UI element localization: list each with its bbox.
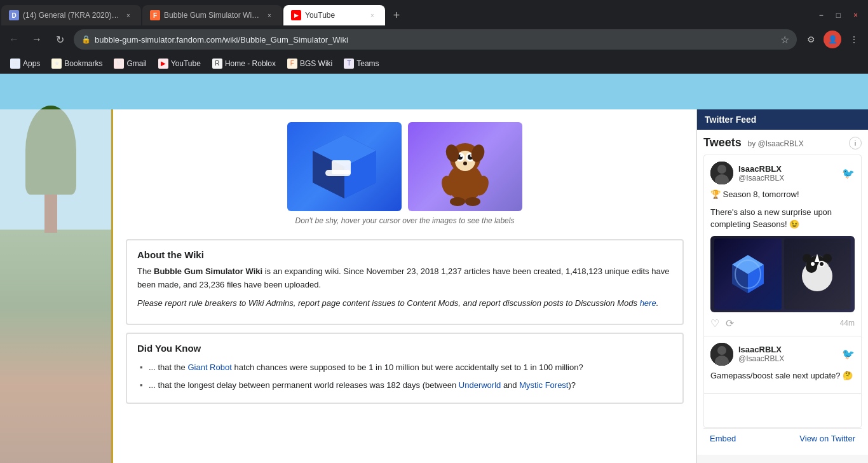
bookmark-youtube[interactable]: ▶ YouTube [153,57,206,71]
underworld-link[interactable]: Underworld [459,380,501,390]
teams-icon: T [344,59,354,69]
tweet-1-avatar [710,162,733,184]
minimize-button[interactable]: − [815,10,827,21]
tab-title-discord: (14) General (7KRA 2020) | Micro... [23,11,119,20]
bookmarks-icon: ★ [51,59,62,69]
bookmark-bookmarks[interactable]: ★ Bookmarks [46,57,107,71]
bookmark-roblox-label: Home - Roblox [225,59,276,68]
svg-point-15 [463,162,467,165]
tab-fandom[interactable]: F Bubble Gum Simulator Wiki | Fan... × [142,5,282,25]
apps-icon: ⊞ [10,59,20,69]
about-wiki-box: About the Wiki The Bubble Gum Simulator … [126,239,684,325]
tab-favicon-discord: D [9,10,19,20]
tab-youtube[interactable]: ▶ YouTube × [283,5,385,25]
svg-point-38 [823,254,832,263]
tweet-2-avatar-inner [710,343,733,366]
tweets-title-group: Tweets by @IsaacRBLX [703,136,804,149]
list-item: ... that the Giant Robot hatch chances w… [137,359,672,377]
address-bar: ← → ↻ 🔒 bubble-gum-simulator.fandom.com/… [0,25,868,53]
tweet-1-actions: ♡ ⟳ 44m [710,317,855,329]
refresh-button[interactable]: ↻ [51,31,69,48]
tweet-1-handle: @IsaacRBLX [738,174,837,183]
new-tab-button[interactable]: + [388,6,405,24]
tab-discord[interactable]: D (14) General (7KRA 2020) | Micro... × [1,5,141,25]
tab-close-youtube[interactable]: × [367,10,377,20]
tweet-1-like[interactable]: ♡ [710,317,719,329]
menu-button[interactable]: ⋮ [845,31,863,48]
here-link[interactable]: here [640,298,656,308]
tweet-2-handle: @IsaacRBLX [738,354,837,363]
blue-gem-svg [729,252,767,296]
list-item: ... that the longest delay between perma… [137,377,672,394]
tweet-2-avatar [710,343,733,366]
browser-chrome: D (14) General (7KRA 2020) | Micro... × … [0,0,868,74]
embed-link[interactable]: Embed [710,434,736,443]
bookmark-gmail[interactable]: M Gmail [109,57,151,71]
mystic-forest-link[interactable]: Mystic Forest [519,380,568,390]
about-text-prefix: The [137,266,154,276]
bookmark-apps[interactable]: ⊞ Apps [5,57,45,71]
tweet-2-user: IsaacRBLX @IsaacRBLX [738,345,837,363]
bgs-wiki-icon: F [287,59,297,69]
back-button[interactable]: ← [5,31,23,48]
tweet-image-right [784,238,851,310]
svg-point-13 [460,155,463,157]
forward-button[interactable]: → [28,31,46,48]
tab-title-fandom: Bubble Gum Simulator Wiki | Fan... [164,11,261,20]
url-text: bubble-gum-simulator.fandom.com/wiki/Bub… [95,35,776,45]
avatar2-svg [710,343,733,366]
twitter-scroll[interactable]: IsaacRBLX @IsaacRBLX 🐦 🏆 Season 8, tomor… [703,155,862,428]
dyk-item2-suffix: )? [569,380,576,390]
image-caption: Don't be shy, hover your cursor over the… [295,216,515,225]
article-inner: Don't be shy, hover your cursor over the… [113,109,696,418]
giant-robot-link[interactable]: Giant Robot [187,363,231,372]
maximize-button[interactable]: □ [832,10,844,21]
about-wiki-text: The Bubble Gum Simulator Wiki is an expa… [137,265,672,292]
bookmark-bgs-wiki[interactable]: F BGS Wiki [282,57,337,71]
image-section: Don't be shy, hover your cursor over the… [126,116,684,232]
address-bar-extras: ⚙ 👤 ⋮ [802,31,863,48]
did-you-know-title: Did You Know [137,343,672,354]
about-note: Please report rule breakers to Wiki Admi… [137,297,672,310]
tab-bar: D (14) General (7KRA 2020) | Micro... × … [0,0,868,25]
url-bar[interactable]: 🔒 bubble-gum-simulator.fandom.com/wiki/B… [74,29,797,50]
bookmark-roblox[interactable]: R Home - Roblox [207,57,281,71]
svg-point-35 [811,262,815,266]
blue-cube-svg [306,128,383,205]
tweet-1-user: IsaacRBLX @IsaacRBLX [738,164,837,183]
tweet-1-retweet[interactable]: ⟳ [726,317,734,329]
tweet-2-text1: Gamepass/boost sale next update? 🤔 [710,370,855,382]
tab-favicon-fandom: F [150,10,160,20]
tab-close-fandom[interactable]: × [264,10,275,20]
close-button[interactable]: × [850,10,862,21]
bookmark-bgs-wiki-label: BGS Wiki [300,59,332,68]
tweets-info-button[interactable]: i [849,137,862,149]
tweet-1-name: IsaacRBLX [738,164,837,174]
bookmark-star-icon[interactable]: ☆ [780,34,789,46]
main-content: Don't be shy, hover your cursor over the… [0,109,868,463]
tweet-1-image [710,236,855,312]
svg-point-34 [820,262,824,266]
bookmark-teams[interactable]: T Teams [339,57,384,71]
youtube-icon: ▶ [158,59,168,69]
bookmark-bookmarks-label: Bookmarks [64,59,102,68]
tweet-image-left [714,238,781,310]
about-wiki-title: About the Wiki [137,249,672,260]
bookmark-youtube-label: YouTube [171,59,201,68]
gmail-icon: M [114,59,124,69]
bookmark-apps-label: Apps [23,59,40,68]
image-row [287,122,522,211]
view-on-twitter-link[interactable]: View on Twitter [799,434,855,443]
extensions-button[interactable]: ⚙ [802,31,820,48]
tweet-2-name: IsaacRBLX [738,345,837,354]
profile-button[interactable]: 👤 [824,31,841,48]
tab-favicon-youtube: ▶ [291,10,301,20]
dyk-item1-suffix: hatch chances were supposed to be 1 in 1… [232,363,583,372]
tab-title-youtube: YouTube [305,11,363,20]
right-sidebar: Twitter Feed Tweets by @IsaacRBLX i [696,109,868,463]
tweet-2: IsaacRBLX @IsaacRBLX 🐦 Gamepass/boost sa… [704,336,861,394]
tab-close-discord[interactable]: × [123,10,133,20]
tweet-2-header: IsaacRBLX @IsaacRBLX 🐦 [710,343,855,366]
twitter-feed-header: Twitter Feed [697,109,868,130]
did-you-know-list: ... that the Giant Robot hatch chances w… [137,359,672,394]
